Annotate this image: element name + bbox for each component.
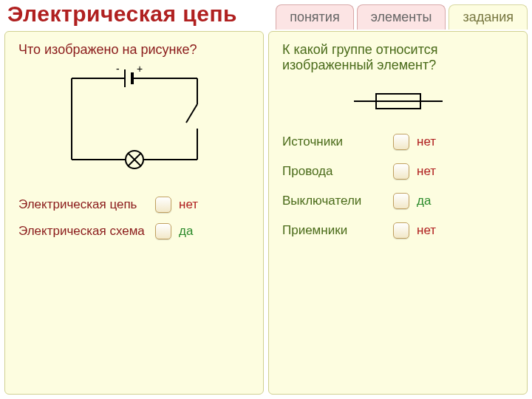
- option-row: Приемники нет: [282, 222, 514, 239]
- right-question: К какой группе относится изображенный эл…: [282, 42, 514, 73]
- option-label: Выключатели: [282, 194, 393, 208]
- content-panels: Что изображено на рисунке? - +: [4, 31, 528, 395]
- option-answer: да: [417, 194, 431, 208]
- option-label: Электрическая схема: [18, 224, 155, 239]
- page-title: Электрическая цепь: [7, 1, 237, 27]
- right-options: Источники нет Провода нет Выключатели да…: [282, 134, 514, 239]
- option-checkbox[interactable]: [393, 193, 409, 209]
- option-checkbox[interactable]: [393, 222, 409, 239]
- option-checkbox[interactable]: [155, 197, 171, 213]
- battery-minus-label: -: [116, 64, 120, 75]
- option-answer: нет: [417, 223, 436, 238]
- left-options: Электрическая цепь нет Электрическая схе…: [18, 197, 250, 239]
- svg-line-5: [186, 104, 197, 123]
- option-row: Электрическая цепь нет: [18, 197, 250, 213]
- option-row: Электрическая схема да: [18, 223, 250, 239]
- option-answer: нет: [417, 164, 436, 179]
- option-row: Выключатели да: [282, 193, 514, 209]
- option-row: Провода нет: [282, 163, 514, 180]
- option-label: Приемники: [282, 223, 393, 238]
- option-checkbox[interactable]: [393, 163, 409, 180]
- left-panel: Что изображено на рисунке? - +: [4, 31, 264, 395]
- right-panel: К какой группе относится изображенный эл…: [268, 31, 528, 395]
- fuse-diagram: [282, 86, 514, 116]
- option-row: Источники нет: [282, 134, 514, 150]
- option-checkbox[interactable]: [155, 223, 171, 239]
- option-label: Источники: [282, 134, 393, 149]
- option-answer: нет: [179, 197, 198, 212]
- option-checkbox[interactable]: [393, 134, 409, 150]
- tab-concepts[interactable]: понятия: [276, 4, 354, 30]
- battery-plus-label: +: [137, 64, 143, 75]
- fuse-symbol-icon: [350, 86, 446, 116]
- tab-bar: понятия элементы задания: [276, 4, 528, 30]
- tab-tasks[interactable]: задания: [449, 4, 528, 30]
- option-label: Провода: [282, 164, 393, 179]
- circuit-diagram: - +: [18, 64, 250, 174]
- option-label: Электрическая цепь: [18, 197, 155, 212]
- tab-elements[interactable]: элементы: [357, 4, 446, 30]
- left-question: Что изображено на рисунке?: [18, 42, 250, 58]
- option-answer: да: [179, 224, 193, 239]
- circuit-schematic-icon: - +: [57, 64, 212, 174]
- option-answer: нет: [417, 134, 436, 149]
